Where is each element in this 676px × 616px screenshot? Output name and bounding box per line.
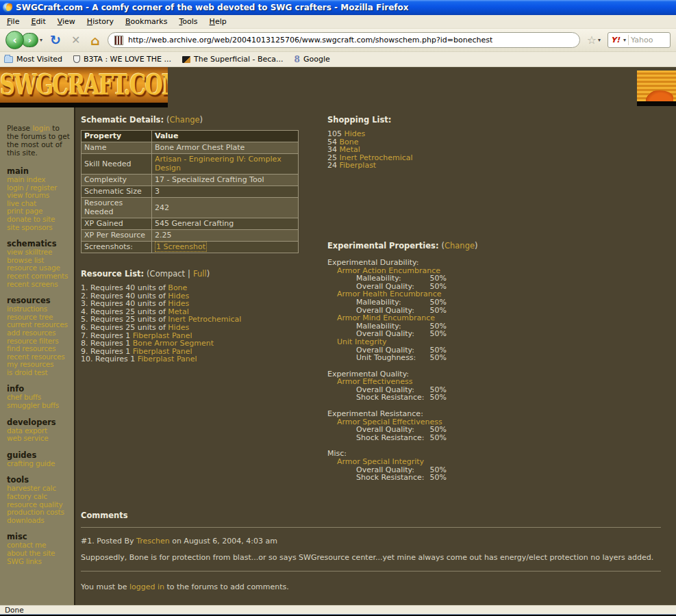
main-content: Schematic Details: (Change) Property Val…: [75, 107, 676, 605]
resource-link[interactable]: Fiberplast Panel: [138, 355, 197, 363]
menu-edit[interactable]: Edit: [31, 17, 45, 26]
table-row: Screenshots: 1 Screenshot: [82, 242, 299, 253]
resource-list-title: Resource List:: [81, 269, 144, 279]
experiment-property: Shock Resistance:50%: [327, 434, 447, 442]
window-title: SWGCraft.com - A comfy corner of the web…: [16, 3, 409, 12]
value-header: Value: [152, 131, 299, 142]
search-box[interactable]: Y! ▾ Yahoo: [608, 32, 671, 48]
refresh-button[interactable]: ↻: [47, 34, 64, 47]
experiment-link[interactable]: Armor Special Integrity: [337, 458, 499, 466]
experimental-properties-title: Experimental Properties:: [327, 241, 438, 251]
shopping-qty: 24: [327, 161, 337, 170]
change-experimental-link[interactable]: Change: [445, 241, 475, 251]
comment-body: Supposedly, Bone is for protection from …: [81, 553, 661, 562]
sidebar-item-recent-screens[interactable]: recent screens: [7, 281, 70, 289]
sidebar-section-info: info chef buffs smuggler buffs: [7, 385, 70, 409]
menu-tools[interactable]: Tools: [179, 17, 197, 26]
sidebar-item-swg-links[interactable]: SWG links: [7, 558, 70, 566]
menu-history[interactable]: History: [87, 17, 114, 26]
sidebar-item-instructions[interactable]: instructions: [7, 305, 70, 313]
stop-button[interactable]: ✕: [68, 34, 83, 47]
experiment-property: Shock Resistance:50%: [327, 474, 447, 482]
sidebar-item-add-resources[interactable]: add resources: [7, 329, 70, 337]
bookmark-label: Google: [303, 55, 330, 64]
experimental-properties-section: Experimental Properties: (Change) Experi…: [327, 241, 499, 482]
sidebar-intro: Please login to the forums to get the mo…: [7, 124, 70, 157]
site-logo[interactable]: SWGCRAFT.COM: [0, 67, 168, 103]
back-button[interactable]: ‹: [5, 31, 24, 49]
sidebar-item-site-sponsors[interactable]: site sponsors: [7, 224, 70, 232]
experiment-link[interactable]: Unit Integrity: [337, 338, 499, 346]
table-row: XP Gained 545 General Crafting: [82, 218, 299, 230]
bookmarks-toolbar: Most Visited B3TA : WE LOVE THE ... The …: [0, 52, 676, 67]
property-cell: XP Gained: [82, 218, 152, 230]
logged-in-link[interactable]: logged in: [129, 582, 164, 591]
value-cell: 3: [152, 186, 299, 198]
menu-file[interactable]: File: [7, 17, 19, 26]
bookmark-label: Most Visited: [16, 55, 62, 64]
bookmark-star-icon[interactable]: ☆: [587, 34, 597, 47]
menu-help[interactable]: Help: [210, 17, 227, 26]
experiment-link[interactable]: Armor Mind Encumbrance: [337, 314, 499, 322]
menu-bar: File Edit View History Bookmarks Tools H…: [0, 15, 676, 29]
comments-footer: You must be logged in to the forums to a…: [81, 582, 661, 591]
sidebar-item-view-skilltree[interactable]: view skilltree: [7, 248, 70, 257]
history-dropdown-icon[interactable]: ▾: [40, 37, 42, 43]
property-header: Property: [82, 131, 152, 142]
sidebar-section-resources: resources instructions resource tree cur…: [7, 296, 70, 376]
shopping-list-heading: Shopping List:: [327, 115, 499, 125]
header-art-black-strip: [637, 101, 676, 106]
status-bar: Done: [0, 605, 676, 614]
site-logo-text: SWGCRAFT.COM: [0, 68, 168, 101]
shopping-item: 24 Fiberplast: [327, 162, 499, 170]
menu-view[interactable]: View: [58, 17, 75, 26]
title-bar: SWGCraft.com - A comfy corner of the web…: [0, 0, 676, 15]
sidebar-section-guides: guides crafting guide: [7, 451, 70, 468]
change-schematic-link[interactable]: Change: [170, 115, 200, 125]
url-text[interactable]: http://web.archive.org/web/2004101312570…: [128, 36, 492, 44]
comment-author-link[interactable]: Treschen: [136, 537, 170, 546]
full-view-link[interactable]: Full: [193, 269, 207, 279]
divider: [81, 527, 661, 528]
experiment-property: Malleability:50%: [327, 298, 447, 307]
table-row: Schematic Size 3: [82, 186, 299, 198]
sidebar-item-donate-to-site[interactable]: donate to site: [7, 216, 70, 224]
skill-needed-link[interactable]: Artisan - Engineering IV: Complex Design: [155, 155, 281, 172]
bookmark-b3ta[interactable]: B3TA : WE LOVE THE ...: [73, 55, 171, 64]
login-link[interactable]: login: [32, 124, 50, 132]
bookmark-dropdown-icon[interactable]: ▾: [598, 37, 601, 43]
home-button[interactable]: ⌂: [88, 33, 103, 48]
sidebar-section-main: main main index login / register view fo…: [7, 167, 70, 231]
sidebar-item-recent-comments[interactable]: recent comments: [7, 272, 70, 281]
sidebar-item-about-the-site[interactable]: about the site: [7, 550, 70, 558]
table-row: Skill Needed Artisan - Engineering IV: C…: [82, 154, 299, 175]
url-bar[interactable]: http://web.archive.org/web/2004101312570…: [108, 32, 580, 48]
search-input[interactable]: Yahoo: [631, 36, 653, 44]
experiment-property: Malleability:50%: [327, 274, 447, 283]
table-row: XP Per Resource 2.25: [82, 230, 299, 242]
sidebar-item-smuggler-buffs[interactable]: smuggler buffs: [7, 402, 70, 410]
shopping-resource-link[interactable]: Fiberplast: [340, 161, 377, 170]
table-row: Name Bone Armor Chest Plate: [82, 142, 299, 154]
value-cell: Bone Armor Chest Plate: [152, 142, 299, 154]
sidebar-heading: developers: [7, 418, 70, 427]
bookmark-most-visited[interactable]: Most Visited: [4, 55, 62, 64]
sidebar-item-factory-calc[interactable]: factory calc: [7, 493, 70, 501]
comments-heading: Comments: [81, 511, 661, 520]
value-cell: 545 General Crafting: [152, 218, 299, 230]
screenshot-link[interactable]: 1 Screenshot: [155, 242, 207, 252]
schematic-table: Property Value Name Bone Armor Chest Pla…: [81, 130, 299, 253]
sidebar-item-crafting-guide[interactable]: crafting guide: [7, 460, 70, 468]
yahoo-icon[interactable]: Y!: [611, 36, 620, 44]
bookmark-superficial[interactable]: The Superficial - Beca...: [182, 55, 284, 64]
superficial-favicon: [182, 56, 190, 63]
table-header-row: Property Value: [82, 131, 299, 142]
sidebar-item-find-resources[interactable]: find resources: [7, 345, 70, 353]
sidebar-item-main-index[interactable]: main index: [7, 176, 70, 184]
sidebar-item-is-droid-test[interactable]: is droid test: [7, 369, 70, 377]
menu-bookmarks[interactable]: Bookmarks: [125, 17, 167, 26]
sidebar-item-web-service[interactable]: web service: [7, 435, 70, 443]
search-engine-dropdown-icon[interactable]: ▾: [623, 37, 626, 43]
sidebar-item-downloads[interactable]: downloads: [7, 517, 70, 525]
bookmark-google[interactable]: 8 Google: [295, 55, 330, 64]
